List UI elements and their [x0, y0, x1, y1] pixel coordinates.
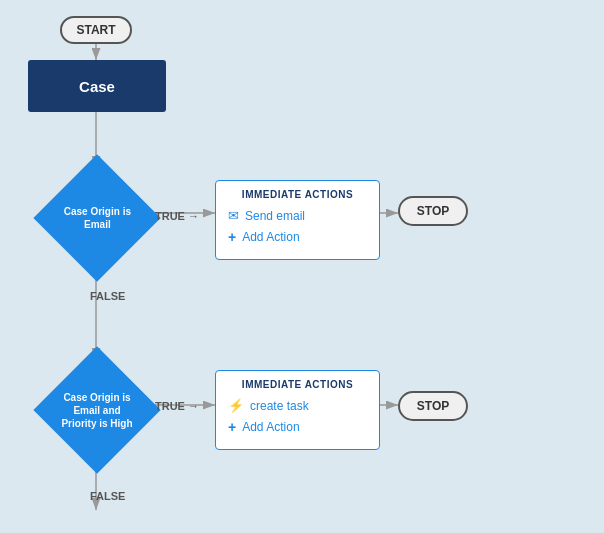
panel-1-action-1[interactable]: ✉ Send email [228, 208, 367, 223]
true-label-2: TRUE → [155, 400, 199, 412]
false-label-2: FALSE [90, 490, 125, 502]
true-label-1: TRUE → [155, 210, 199, 222]
stop-node-1: STOP [398, 196, 468, 226]
plus-icon-1: + [228, 229, 236, 245]
actions-panel-1: IMMEDIATE ACTIONS ✉ Send email + Add Act… [215, 180, 380, 260]
stop-label-1: STOP [417, 204, 449, 218]
add-action-label-2: Add Action [242, 420, 299, 434]
diamond-1-text: Case Origin is Email [55, 201, 140, 235]
email-icon: ✉ [228, 208, 239, 223]
diamond-2-wrapper: Case Origin is Email and Priority is Hig… [47, 360, 147, 460]
diamond-1[interactable]: Case Origin is Email [33, 154, 160, 281]
false-label-1: FALSE [90, 290, 125, 302]
panel-2-title: IMMEDIATE ACTIONS [228, 379, 367, 390]
diamond-1-wrapper: Case Origin is Email [47, 168, 147, 268]
create-task-label: create task [250, 399, 309, 413]
panel-1-title: IMMEDIATE ACTIONS [228, 189, 367, 200]
send-email-label: Send email [245, 209, 305, 223]
actions-panel-2: IMMEDIATE ACTIONS ⚡ create task + Add Ac… [215, 370, 380, 450]
stop-node-2: STOP [398, 391, 468, 421]
stop-label-2: STOP [417, 399, 449, 413]
plus-icon-2: + [228, 419, 236, 435]
flow-container: START Case Case Origin is Email TRUE → F… [0, 0, 604, 533]
add-action-label-1: Add Action [242, 230, 299, 244]
start-node: START [60, 16, 132, 44]
case-node[interactable]: Case [28, 60, 166, 112]
task-icon: ⚡ [228, 398, 244, 413]
panel-2-action-1[interactable]: ⚡ create task [228, 398, 367, 413]
diamond-2[interactable]: Case Origin is Email and Priority is Hig… [33, 346, 160, 473]
start-label: START [76, 23, 115, 37]
diamond-2-text: Case Origin is Email and Priority is Hig… [55, 387, 140, 434]
case-label: Case [79, 78, 115, 95]
add-action-2[interactable]: + Add Action [228, 419, 367, 435]
add-action-1[interactable]: + Add Action [228, 229, 367, 245]
